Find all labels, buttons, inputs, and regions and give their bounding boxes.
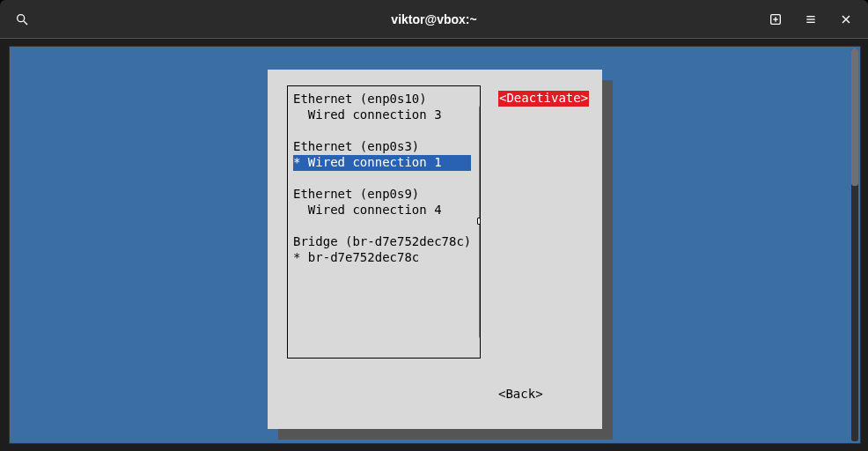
scroll-down-arrow-icon[interactable]: ↓	[476, 340, 481, 352]
deactivate-button[interactable]: <Deactivate>	[498, 91, 589, 107]
scroll-thumb[interactable]	[477, 218, 481, 225]
terminal-viewport[interactable]: Ethernet (enp0s10) Wired connection 3 Et…	[9, 46, 861, 444]
connection-item[interactable]: * Wired connection 1	[293, 155, 471, 171]
connection-item[interactable]: Wired connection 3	[293, 107, 471, 123]
terminal-scroll-thumb[interactable]	[851, 48, 858, 186]
list-spacer	[293, 218, 471, 234]
new-tab-button[interactable]	[761, 5, 791, 33]
connection-group-title[interactable]: Ethernet (enp0s10)	[293, 92, 471, 107]
new-tab-icon	[769, 12, 783, 26]
svg-point-0	[18, 14, 25, 21]
search-icon	[15, 12, 29, 26]
window-title: viktor@vbox:~	[391, 12, 476, 26]
terminal-scrollbar[interactable]	[851, 48, 858, 441]
connection-item[interactable]: Wired connection 4	[293, 203, 471, 218]
back-button[interactable]: <Back>	[498, 387, 589, 403]
connection-item[interactable]: * br-d7e752dec78c	[293, 250, 471, 266]
list-spacer	[293, 171, 471, 187]
list-spacer	[293, 123, 471, 139]
terminal-app: Ethernet (enp0s10) Wired connection 3 Et…	[0, 39, 868, 451]
connection-group-title[interactable]: Ethernet (enp0s3)	[293, 139, 471, 155]
hamburger-icon	[804, 12, 818, 26]
menu-button[interactable]	[796, 5, 826, 33]
connection-group-title[interactable]: Bridge (br-d7e752dec78c)	[293, 234, 471, 250]
window-titlebar: viktor@vbox:~	[0, 0, 868, 39]
scroll-track[interactable]	[479, 106, 481, 338]
connection-list-scrollbar[interactable]: ↑ ↓	[476, 92, 481, 352]
close-window-button[interactable]	[831, 5, 861, 33]
close-icon	[839, 12, 853, 26]
connection-group-title[interactable]: Ethernet (enp0s9)	[293, 187, 471, 203]
connection-list-frame: Ethernet (enp0s10) Wired connection 3 Et…	[287, 85, 481, 359]
svg-line-1	[24, 21, 27, 25]
scroll-up-arrow-icon[interactable]: ↑	[476, 92, 481, 104]
search-button[interactable]	[7, 5, 37, 33]
tui-panel: Ethernet (enp0s10) Wired connection 3 Et…	[268, 70, 602, 429]
connection-list[interactable]: Ethernet (enp0s10) Wired connection 3 Et…	[293, 92, 476, 352]
